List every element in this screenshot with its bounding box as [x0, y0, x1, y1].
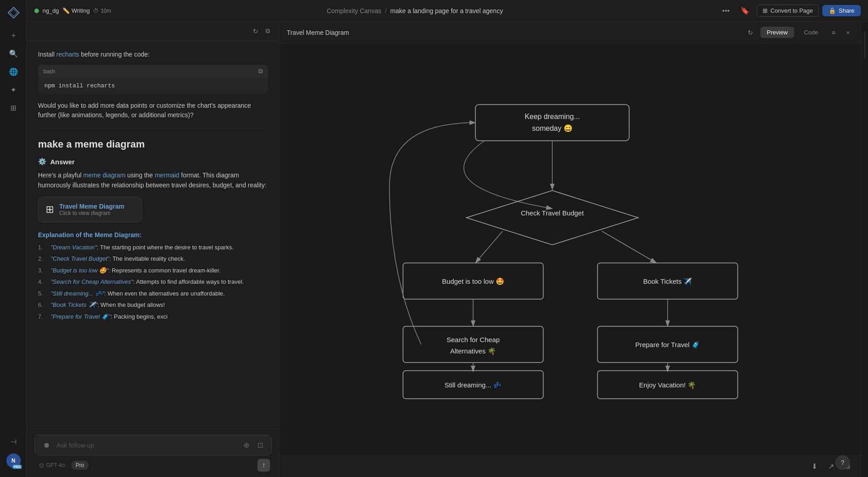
sidebar-item-add[interactable]: ＋ — [5, 27, 22, 43]
diagram-close-btn[interactable]: × — [843, 27, 854, 38]
pro-toggle[interactable]: Pro — [71, 461, 89, 470]
pro-badge: PRO — [13, 465, 21, 469]
list-item: 3."Budget is too low 🤩": Represents a co… — [38, 266, 268, 275]
download-btn[interactable]: ⬇ — [808, 460, 821, 472]
sidebar-item-globe[interactable]: 🌐 — [5, 63, 22, 80]
content-split: ↻ ⧉ Install recharts before running the … — [27, 22, 868, 477]
svg-text:Check Travel Budget: Check Travel Budget — [521, 209, 584, 217]
convert-to-page-btn[interactable]: ⊞ Convert to Page — [757, 5, 819, 17]
sidebar: ＋ 🔍 🌐 ✦ ⊞ ⊣ N PRO — [0, 0, 27, 477]
format-btn[interactable]: ⊡ — [256, 440, 265, 450]
header-left: ng_dg ✏️ Writing ⏱ 10m — [34, 7, 111, 14]
model-label: GPT-4o — [46, 462, 65, 468]
code-copy-btn[interactable]: ⧉ — [258, 67, 263, 75]
install-text: Install recharts before running the code… — [38, 50, 268, 59]
chat-toolbar: ↻ ⧉ — [27, 22, 279, 41]
strip-decoration — [864, 31, 865, 58]
diagram-card-title: Travel Meme Diagram — [59, 203, 124, 210]
convert-label: Convert to Page — [770, 7, 813, 14]
time-value: 10m — [100, 8, 111, 14]
breadcrumb-parent[interactable]: Complexity Canvas — [327, 7, 381, 14]
install-suffix: before running the code: — [79, 51, 150, 58]
header-breadcrumb: Complexity Canvas / make a landing page … — [117, 7, 713, 14]
code-block-body: npm install recharts — [38, 78, 268, 94]
right-strip — [861, 22, 868, 477]
chat-input-box: ⏺ ⊕ ⊡ — [34, 435, 272, 455]
chat-refresh-btn[interactable]: ↻ — [251, 25, 260, 37]
mode-label: Writing — [71, 7, 90, 14]
diagram-header: Travel Meme Diagram ↻ Preview Code ≡ × — [280, 22, 861, 43]
diagram-refresh-btn[interactable]: ↻ — [744, 27, 757, 38]
divider — [38, 129, 268, 129]
section-title: make a meme diagram — [38, 138, 268, 150]
record-btn[interactable]: ⏺ — [41, 440, 52, 450]
diagram-footer: ⬇ ↗ ⧉ — [280, 455, 861, 477]
diagram-card-text: Travel Meme Diagram Click to view diagra… — [59, 203, 124, 216]
send-btn[interactable]: ↑ — [257, 459, 270, 472]
svg-rect-13 — [403, 326, 543, 363]
flowchart-svg: Keep dreaming... someday 😄 Check Travel … — [376, 95, 765, 403]
svg-text:Prepare for Travel 🧳: Prepare for Travel 🧳 — [635, 341, 700, 349]
list-item: 7."Prepare for Travel 🧳": Packing begins… — [38, 312, 268, 321]
tab-code[interactable]: Code — [798, 27, 825, 38]
svg-text:Alternatives 🌴: Alternatives 🌴 — [450, 347, 496, 355]
diagram-card-subtitle: Click to view diagram — [59, 210, 124, 216]
install-prefix: Install — [38, 51, 56, 58]
meme-diagram-link[interactable]: meme diagram — [83, 172, 125, 179]
svg-text:Search for Cheap: Search for Cheap — [446, 336, 500, 343]
chat-input-field[interactable] — [57, 442, 237, 449]
list-item: 4."Search for Cheap Alternatives": Attem… — [38, 277, 268, 286]
header-mode: ✏️ Writing — [62, 7, 90, 14]
svg-rect-1 — [475, 105, 629, 141]
model-icon: ⊙ — [39, 462, 44, 469]
answer-header: ⚙️ Answer — [38, 157, 268, 166]
attach-btn[interactable]: ⊕ — [242, 440, 251, 450]
share-label: Share — [839, 7, 854, 14]
header-more-btn[interactable]: ••• — [719, 5, 734, 17]
list-item: 2."Check Travel Budget": The inevitable … — [38, 254, 268, 263]
explanation-title: Explanation of the Meme Diagram: — [38, 231, 268, 238]
header-right: ••• 🔖 ⊞ Convert to Page 🔒 Share — [719, 5, 861, 17]
clock-icon: ⏱ — [93, 8, 99, 14]
sidebar-item-stack[interactable]: ⊞ — [5, 100, 22, 116]
app-logo[interactable] — [5, 5, 22, 21]
diagram-card[interactable]: ⊞ Travel Meme Diagram Click to view diag… — [38, 197, 142, 222]
main-container: ng_dg ✏️ Writing ⏱ 10m Complexity Canvas… — [27, 0, 868, 477]
recharts-link[interactable]: recharts — [56, 51, 79, 58]
header-bookmark-btn[interactable]: 🔖 — [737, 5, 753, 17]
chat-content: Install recharts before running the code… — [27, 41, 279, 429]
diagram-menu-btn[interactable]: ≡ — [828, 27, 839, 38]
sidebar-item-search[interactable]: 🔍 — [5, 45, 22, 62]
chat-input-toolbar: ⊙ GPT-4o Pro ↑ — [34, 459, 272, 472]
user-avatar[interactable]: N PRO — [6, 453, 21, 468]
chat-copy-btn[interactable]: ⧉ — [264, 25, 272, 37]
header-time: ⏱ 10m — [93, 8, 111, 14]
diagram-panel: Travel Meme Diagram ↻ Preview Code ≡ × — [280, 22, 861, 477]
svg-text:Enjoy Vacation! 🌴: Enjoy Vacation! 🌴 — [639, 381, 696, 389]
svg-line-5 — [475, 231, 503, 263]
list-item: 5."Still dreaming... 💤": When even the a… — [38, 289, 268, 298]
svg-text:Still dreaming... 💤: Still dreaming... 💤 — [444, 381, 502, 389]
sidebar-collapse-btn[interactable]: ⊣ — [5, 434, 22, 450]
diagram-card-icon: ⊞ — [46, 204, 54, 215]
diagram-title: Travel Meme Diagram — [287, 29, 740, 36]
header-username: ng_dg — [43, 7, 59, 14]
list-item: 6."Book Tickets ✈️": When the budget all… — [38, 301, 268, 310]
svg-text:someday 😄: someday 😄 — [532, 124, 572, 133]
mermaid-link[interactable]: mermaid — [155, 172, 179, 179]
svg-text:Keep dreaming...: Keep dreaming... — [525, 113, 580, 120]
answer-intro: Here's a playful meme diagram using the … — [38, 170, 268, 191]
sidebar-item-sparkle[interactable]: ✦ — [5, 81, 22, 98]
model-btn[interactable]: ⊙ GPT-4o — [36, 460, 67, 470]
diagram-content: Keep dreaming... someday 😄 Check Travel … — [280, 43, 861, 455]
code-block-header: bash ⧉ — [38, 65, 268, 78]
code-content: npm install recharts — [44, 82, 115, 89]
help-btn[interactable]: ? — [835, 455, 850, 470]
breadcrumb-current: make a landing page for a travel agency — [390, 7, 503, 14]
tab-preview[interactable]: Preview — [760, 27, 794, 38]
share-btn[interactable]: 🔒 Share — [822, 5, 861, 16]
svg-text:Budget is too low 🤩: Budget is too low 🤩 — [442, 277, 504, 286]
code-lang: bash — [43, 68, 55, 75]
pencil-icon: ✏️ — [62, 7, 70, 14]
explanation-list: 1."Dream Vacation": The starting point w… — [38, 243, 268, 321]
